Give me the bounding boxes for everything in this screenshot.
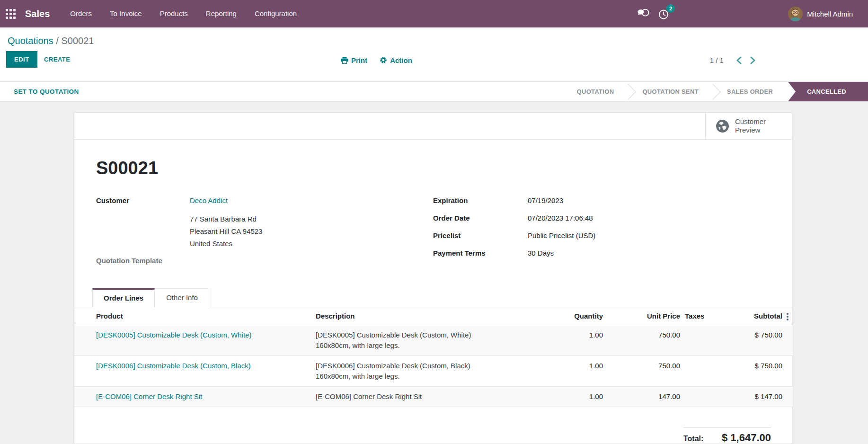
control-panel: Quotations / S00021 EDIT CREATE Print Ac… (0, 27, 868, 81)
expiration-label: Expiration (433, 195, 528, 205)
pager-next-icon[interactable] (750, 56, 756, 64)
menu-to-invoice[interactable]: To Invoice (101, 0, 151, 27)
edit-button[interactable]: EDIT (6, 51, 37, 68)
sheet-header-row: Customer Preview (74, 113, 792, 140)
table-header-row: Product Description Quantity Unit Price … (74, 307, 793, 325)
activities-button[interactable]: 2 (658, 8, 670, 20)
tab-other-info[interactable]: Other Info (155, 288, 209, 307)
menu-reporting[interactable]: Reporting (197, 0, 246, 27)
quantity-cell: 1.00 (550, 355, 603, 386)
subtotal-cell: $ 147.00 (726, 386, 782, 407)
menu-products[interactable]: Products (151, 0, 197, 27)
order-date-label: Order Date (433, 213, 528, 223)
menu-orders[interactable]: Orders (61, 0, 101, 27)
column-options-icon[interactable] (782, 311, 793, 320)
customer-label: Customer (96, 195, 190, 205)
description-line: [E-COM06] Corner Desk Right Sit (316, 391, 550, 402)
table-row[interactable]: [DESK0005] Customizable Desk (Custom, Wh… (74, 325, 793, 355)
description-line: [DESK0005] Customizable Desk (Custom, Wh… (316, 330, 550, 340)
status-step-cancelled[interactable]: CANCELLED (788, 82, 868, 101)
breadcrumb-quotations[interactable]: Quotations (8, 36, 53, 46)
user-menu[interactable]: Mitchell Admin (807, 10, 853, 18)
column-unit-price: Unit Price (603, 307, 680, 325)
pager-previous-icon[interactable] (736, 56, 742, 64)
column-description: Description (316, 307, 550, 325)
tab-order-lines[interactable]: Order Lines (92, 288, 155, 307)
description-line: [DESK0006] Customizable Desk (Custom, Bl… (316, 361, 550, 371)
apps-menu-button[interactable] (0, 0, 22, 27)
total-value: $ 1,647.00 (722, 432, 771, 444)
customer-preview-button[interactable]: Customer Preview (705, 113, 792, 139)
total-label: Total: (683, 435, 703, 443)
column-subtotal: Subtotal (726, 307, 782, 325)
payment-terms-label: Payment Terms (433, 248, 528, 258)
unit-price-cell: 750.00 (603, 325, 680, 355)
status-step-sales-order[interactable]: SALES ORDER (715, 82, 785, 101)
breadcrumb-separator: / (56, 36, 59, 46)
pricelist-label: Pricelist (433, 231, 528, 240)
action-button[interactable]: Action (380, 56, 412, 64)
quantity-cell: 1.00 (550, 325, 603, 355)
statusbar: SET TO QUOTATION QUOTATION QUOTATION SEN… (0, 81, 868, 102)
quantity-cell: 1.00 (550, 386, 603, 407)
notebook-tabs: Order Lines Other Info (92, 288, 771, 307)
customer-preview-label: Customer Preview (735, 117, 766, 134)
unit-price-cell: 147.00 (603, 386, 680, 407)
unit-price-cell: 750.00 (603, 355, 680, 386)
status-step-quotation-sent[interactable]: QUOTATION SENT (630, 82, 711, 101)
top-navbar: Sales Orders To Invoice Products Reporti… (0, 0, 868, 27)
menu-configuration[interactable]: Configuration (246, 0, 306, 27)
app-name[interactable]: Sales (25, 9, 50, 19)
print-button[interactable]: Print (341, 56, 367, 64)
column-quantity: Quantity (550, 307, 603, 325)
create-button[interactable]: CREATE (40, 51, 74, 68)
product-link[interactable]: [DESK0005] Customizable Desk (Custom, Wh… (96, 331, 251, 339)
globe-icon (715, 119, 730, 133)
description-line: 160x80cm, with large legs. (316, 371, 550, 382)
expiration-value[interactable]: 07/19/2023 (528, 195, 563, 205)
chat-bubbles-icon (637, 9, 650, 19)
breadcrumb-current: S00021 (61, 36, 94, 46)
customer-value-link[interactable]: Deco Addict (190, 195, 228, 205)
taxes-cell (680, 325, 726, 355)
order-reference-title: S00021 (96, 158, 771, 178)
breadcrumb: Quotations / S00021 (0, 34, 868, 47)
set-to-quotation-button[interactable]: SET TO QUOTATION (11, 88, 82, 96)
description-line: 160x80cm, with large legs. (316, 340, 550, 351)
taxes-cell (680, 386, 726, 407)
order-lines-table: Product Description Quantity Unit Price … (74, 307, 793, 407)
gear-icon (380, 56, 387, 64)
product-link[interactable]: [DESK0006] Customizable Desk (Custom, Bl… (96, 362, 251, 370)
customer-address: 77 Santa Barbara Rd Pleasant Hill CA 945… (190, 213, 433, 250)
user-avatar[interactable] (788, 7, 803, 21)
column-taxes: Taxes (680, 307, 726, 325)
subtotal-cell: $ 750.00 (726, 355, 782, 386)
table-row[interactable]: [DESK0006] Customizable Desk (Custom, Bl… (74, 355, 793, 386)
column-product: Product (74, 307, 316, 325)
avatar-image (788, 7, 803, 21)
product-link[interactable]: [E-COM06] Corner Desk Right Sit (96, 392, 202, 400)
table-row[interactable]: [E-COM06] Corner Desk Right Sit [E-COM06… (74, 386, 793, 407)
pricelist-value[interactable]: Public Pricelist (USD) (528, 231, 595, 240)
subtotal-cell: $ 750.00 (726, 325, 782, 355)
quotation-template-label: Quotation Template (96, 256, 190, 266)
activity-count-badge: 2 (666, 4, 675, 13)
taxes-cell (680, 355, 726, 386)
pager-count: 1 / 1 (710, 56, 724, 64)
printer-icon (341, 57, 348, 64)
content-area: Customer Preview S00021 Customer Deco Ad… (0, 102, 868, 444)
status-step-quotation[interactable]: QUOTATION (565, 82, 627, 101)
order-total: Total: $ 1,647.00 (683, 427, 771, 444)
apps-grid-icon (6, 9, 16, 19)
messages-button[interactable] (637, 9, 650, 19)
order-date-value[interactable]: 07/20/2023 17:06:48 (528, 213, 593, 223)
payment-terms-value[interactable]: 30 Days (528, 248, 554, 258)
quotation-form-sheet: Customer Preview S00021 Customer Deco Ad… (74, 112, 792, 444)
